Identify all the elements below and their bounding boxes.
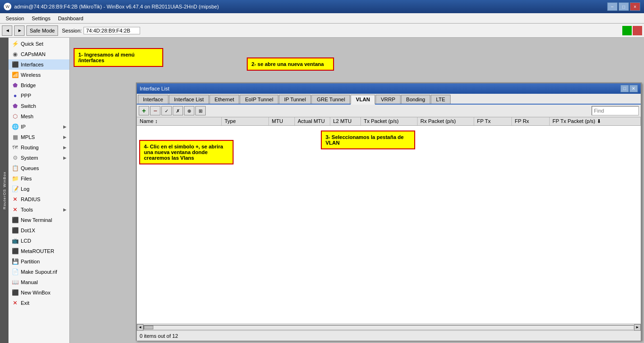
inner-close[interactable]: ✕ <box>629 85 638 92</box>
session-value: 74:4D:28:B9:F4:2B <box>84 27 140 34</box>
scroll-left-button[interactable]: ◄ <box>137 324 143 331</box>
system-arrow: ▶ <box>63 155 67 160</box>
scroll-thumb[interactable] <box>144 326 153 329</box>
sidebar-item-interfaces[interactable]: ⬛ Interfaces <box>8 59 69 70</box>
sidebar-item-manual[interactable]: 📖 Manual <box>8 277 69 287</box>
menu-dashboard[interactable]: Dashboard <box>54 15 87 22</box>
col-fp-tx[interactable]: FP Tx <box>474 117 512 125</box>
sidebar-item-label: Wireless <box>21 72 41 78</box>
sidebar-item-switch[interactable]: ⬟ Switch <box>8 101 69 111</box>
mpls-arrow: ▶ <box>63 135 67 139</box>
title-bar-left: W admin@74:4D:28:B9:F4:2B (MikroTik) - W… <box>4 3 219 10</box>
col-actual-mtu[interactable]: Actual MTU <box>295 117 330 125</box>
sidebar-item-ip[interactable]: 🌐 IP ▶ <box>8 122 69 132</box>
col-type[interactable]: Type <box>222 117 269 125</box>
tab-interface[interactable]: Interface <box>138 95 168 104</box>
sidebar-item-log[interactable]: 📝 Log <box>8 184 69 194</box>
sidebar-item-dot1x[interactable]: ⬛ Dot1X <box>8 225 69 236</box>
sidebar-item-label: Partition <box>21 259 40 264</box>
sidebar-item-new-terminal[interactable]: ⬛ New Terminal <box>8 215 69 225</box>
window-controls: − □ × <box>607 2 640 11</box>
col-l2mtu[interactable]: L2 MTU <box>330 117 361 125</box>
minimize-button[interactable]: − <box>607 2 618 11</box>
sidebar-item-system[interactable]: ⚙ System ▶ <box>8 153 69 163</box>
tab-interface-list[interactable]: Interface List <box>169 95 209 104</box>
col-name[interactable]: Name ↕ <box>137 117 222 125</box>
sidebar-item-capsman[interactable]: ◉ CAPsMAN <box>8 49 69 59</box>
sidebar-item-label: Queues <box>21 165 39 171</box>
sidebar-item-label: Make Supout.rif <box>21 269 57 275</box>
sidebar-item-tools[interactable]: ✕ Tools ▶ <box>8 204 69 215</box>
bridge-icon: ⬟ <box>11 82 19 89</box>
close-button[interactable]: × <box>630 2 640 11</box>
files-icon: 📁 <box>11 175 19 182</box>
content-toolbar: + − ✓ ✗ ⊕ ⊞ <box>137 105 641 117</box>
sidebar-item-lcd[interactable]: 📺 LCD <box>8 236 69 246</box>
safemode-button[interactable]: Safe Mode <box>26 25 58 36</box>
sidebar-item-mpls[interactable]: ▦ MPLS ▶ <box>8 132 69 142</box>
sidebar-item-queues[interactable]: 📋 Queues <box>8 163 69 173</box>
disable-button[interactable]: ✗ <box>173 106 183 115</box>
status-red <box>633 26 642 35</box>
search-input[interactable] <box>592 106 639 115</box>
capsman-icon: ◉ <box>11 50 19 58</box>
tab-lte[interactable]: LTE <box>431 95 450 104</box>
back-button[interactable]: ◄ <box>2 25 12 36</box>
sidebar-item-make-supout[interactable]: 📄 Make Supout.rif <box>8 267 69 277</box>
sidebar-item-routing[interactable]: 🗺 Routing ▶ <box>8 142 69 153</box>
col-mtu[interactable]: MTU <box>269 117 295 125</box>
title-bar: W admin@74:4D:28:B9:F4:2B (MikroTik) - W… <box>0 0 644 13</box>
tab-ethernet[interactable]: Ethernet <box>209 95 240 104</box>
annotation-2: 2- se abre una nueva ventana <box>247 57 334 71</box>
sidebar-item-label: Dot1X <box>21 228 35 233</box>
table-body: 3- Seleccionamos la pestaña de VLAN 4- C… <box>137 126 641 324</box>
sidebar-item-exit[interactable]: ✕ Exit <box>8 298 69 308</box>
inner-window-controls: □ ✕ <box>620 85 638 92</box>
sidebar-item-partition[interactable]: 💾 Partition <box>8 256 69 267</box>
sidebar-item-label: Mesh <box>21 114 33 119</box>
tab-gre-tunnel[interactable]: GRE Tunnel <box>311 95 350 104</box>
sidebar-item-new-winbox[interactable]: ⬛ New WinBox <box>8 287 69 298</box>
add-button[interactable]: + <box>139 106 149 115</box>
sidebar-item-label: Interfaces <box>21 62 43 67</box>
tab-ip-tunnel[interactable]: IP Tunnel <box>279 95 311 104</box>
tools-arrow: ▶ <box>63 207 67 212</box>
new-winbox-icon: ⬛ <box>11 289 19 296</box>
scroll-track[interactable] <box>143 325 634 330</box>
horizontal-scrollbar: ◄ ► <box>137 324 641 330</box>
quick-set-icon: ⚡ <box>11 40 19 48</box>
exit-icon: ✕ <box>11 299 19 307</box>
sidebar-item-label: RADIUS <box>21 196 41 202</box>
mesh-icon: ⬡ <box>11 113 19 120</box>
forward-button[interactable]: ► <box>14 25 25 36</box>
sidebar-item-label: System <box>21 155 38 161</box>
inner-minimize[interactable]: □ <box>620 85 629 92</box>
ppp-icon: ● <box>11 92 19 99</box>
col-fp-tx-packet[interactable]: FP Tx Packet (p/s) ⬇ <box>550 117 641 125</box>
tab-eoip-tunnel[interactable]: EoIP Tunnel <box>240 95 278 104</box>
remove-button[interactable]: − <box>150 106 160 115</box>
tab-bonding[interactable]: Bonding <box>401 95 430 104</box>
sidebar-item-mesh[interactable]: ⬡ Mesh <box>8 111 69 122</box>
copy-button[interactable]: ⊕ <box>184 106 194 115</box>
sidebar-item-radius[interactable]: ✕ RADIUS <box>8 194 69 204</box>
sidebar-item-wireless[interactable]: 📶 Wireless <box>8 70 69 80</box>
col-tx-packet[interactable]: Tx Packet (p/s) <box>361 117 418 125</box>
filter-button[interactable]: ⊞ <box>195 106 206 115</box>
col-fp-rx[interactable]: FP Rx <box>512 117 550 125</box>
sidebar-item-ppp[interactable]: ● PPP <box>8 90 69 101</box>
menu-settings[interactable]: Settings <box>28 15 54 22</box>
tab-vlan[interactable]: VLAN <box>351 95 375 105</box>
sidebar-item-files[interactable]: 📁 Files <box>8 173 69 184</box>
sidebar-item-quick-set[interactable]: ⚡ Quick Set <box>8 39 69 49</box>
scroll-right-button[interactable]: ► <box>634 324 641 331</box>
sidebar-item-label: MPLS <box>21 134 35 140</box>
sidebar-item-bridge[interactable]: ⬟ Bridge <box>8 80 69 90</box>
tab-vrrp[interactable]: VRRP <box>376 95 401 104</box>
sidebar-item-metarouter[interactable]: ⬛ MetaROUTER <box>8 246 69 256</box>
enable-button[interactable]: ✓ <box>161 106 172 115</box>
menu-session[interactable]: Session <box>2 15 28 22</box>
inner-window-title-text: Interface List <box>140 86 169 91</box>
maximize-button[interactable]: □ <box>619 2 629 11</box>
col-rx-packet[interactable]: Rx Packet (p/s) <box>418 117 474 125</box>
